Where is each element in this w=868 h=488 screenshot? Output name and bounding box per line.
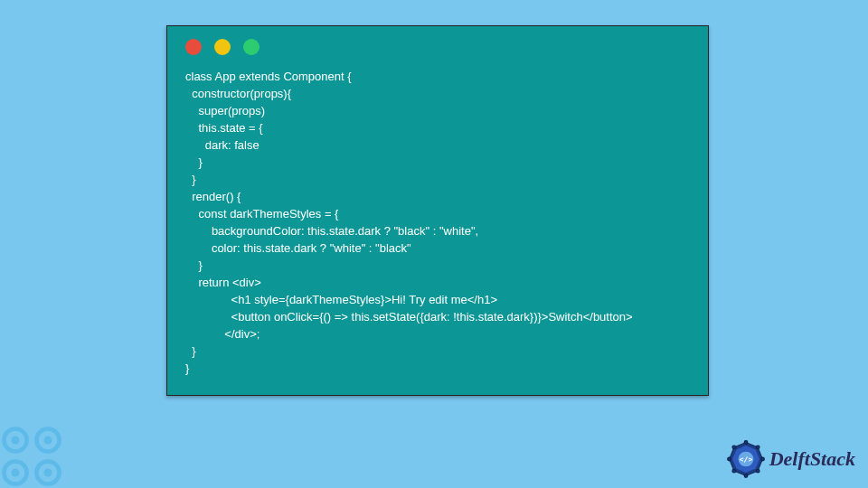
svg-text:</>: </> — [740, 455, 753, 464]
brand-logo: </> DelftStack — [726, 439, 855, 479]
svg-point-18 — [727, 457, 731, 461]
window-controls — [167, 26, 708, 62]
brand-name: DelftStack — [769, 447, 855, 471]
close-icon — [185, 39, 202, 55]
svg-point-6 — [12, 469, 20, 477]
code-window: class App extends Component { constructo… — [166, 25, 709, 396]
gear-watermark-icon — [0, 416, 72, 488]
minimize-icon — [214, 39, 231, 55]
svg-point-19 — [732, 446, 736, 449]
svg-point-7 — [44, 469, 52, 477]
svg-point-12 — [744, 441, 748, 445]
maximize-icon — [243, 39, 259, 55]
svg-point-16 — [744, 474, 748, 478]
svg-point-17 — [732, 469, 736, 473]
svg-point-15 — [756, 469, 760, 473]
svg-point-13 — [756, 446, 760, 449]
svg-point-4 — [12, 436, 20, 445]
svg-point-14 — [760, 457, 764, 461]
code-block: class App extends Component { constructo… — [167, 62, 708, 391]
svg-point-5 — [44, 436, 52, 445]
logo-badge-icon: </> — [726, 439, 766, 479]
